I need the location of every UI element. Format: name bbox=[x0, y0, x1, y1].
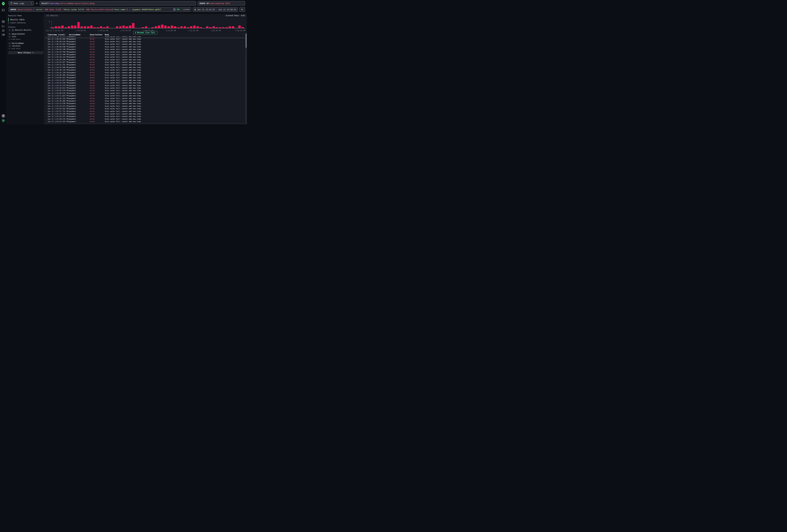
row-expand-chevron[interactable]: › bbox=[46, 110, 47, 112]
table-row[interactable]: ›Jun 11 1:51:39.115 PMpaymenterrorVisa c… bbox=[44, 118, 245, 120]
source-settings-gear-icon[interactable] bbox=[36, 2, 38, 5]
row-expand-chevron[interactable]: › bbox=[46, 121, 47, 123]
row-expand-chevron[interactable]: › bbox=[46, 115, 47, 118]
table-row[interactable]: ›Jun 11 1:54:06.953 PMpaymenterrorVisa c… bbox=[44, 76, 245, 79]
table-row[interactable]: ›Jun 11 1:52:30.469 PMpaymenterrorVisa c… bbox=[44, 100, 245, 102]
column-resize-handle[interactable]: ⋮ bbox=[104, 34, 105, 36]
column-header-timestamp[interactable]: Timestamp (Local) bbox=[47, 34, 69, 36]
column-header-severitytext[interactable]: SeverityText bbox=[90, 34, 105, 36]
table-row[interactable]: ›Jun 11 1:56:08.948 PMpaymenterrorVisa c… bbox=[44, 45, 245, 48]
table-row[interactable]: ›Jun 11 1:54:40.218 PMpaymenterrorVisa c… bbox=[44, 69, 245, 71]
histogram-bar[interactable] bbox=[193, 25, 195, 28]
table-row[interactable]: ›Jun 11 1:55:39.324 PMpaymenterrorVisa c… bbox=[44, 56, 245, 58]
row-expand-chevron[interactable]: › bbox=[46, 48, 47, 50]
histogram-bar[interactable] bbox=[232, 26, 234, 28]
info-checkbox[interactable] bbox=[9, 36, 11, 38]
table-row[interactable]: ›Jun 11 1:51:31.415 PMpaymenterrorVisa c… bbox=[44, 120, 245, 123]
histogram-bar[interactable] bbox=[55, 26, 57, 28]
sessions-laptop-icon[interactable] bbox=[2, 29, 5, 31]
time-range-picker[interactable]: Jun 11 13:41:52 - Jun 11 13:56:52 bbox=[193, 7, 238, 12]
histogram-bar[interactable] bbox=[58, 26, 60, 28]
table-row[interactable]: ›Jun 11 1:56:42.995 PMpaymenterrorVisa c… bbox=[44, 38, 245, 40]
table-row[interactable]: ›Jun 11 1:55:07.827 PMpaymenterrorVisa c… bbox=[44, 61, 245, 63]
histogram-bar[interactable] bbox=[158, 25, 160, 28]
column-header-body[interactable]: Body bbox=[105, 34, 245, 36]
histogram-bar[interactable] bbox=[174, 26, 176, 28]
column-resize-handle[interactable]: ⋮ bbox=[68, 34, 69, 36]
histogram-bar[interactable] bbox=[238, 25, 240, 28]
histogram-bar[interactable] bbox=[74, 25, 76, 28]
chart-explorer-icon[interactable] bbox=[2, 25, 5, 27]
table-row[interactable]: ›Jun 11 1:54:26.230 PMpaymenterrorVisa c… bbox=[44, 71, 245, 74]
table-row[interactable]: ›Jun 11 1:52:35.232 PMpaymenterrorVisa c… bbox=[44, 97, 245, 100]
app-logo[interactable] bbox=[2, 2, 5, 5]
sidebar-toggle-icon[interactable] bbox=[2, 9, 5, 11]
more-filters-button[interactable]: More filters bbox=[8, 51, 43, 54]
checkout-checkbox[interactable] bbox=[9, 45, 11, 47]
histogram-bar[interactable] bbox=[119, 26, 122, 28]
table-row[interactable]: ›Jun 11 1:53:05.578 PMpaymenterrorVisa c… bbox=[44, 89, 245, 92]
row-expand-chevron[interactable]: › bbox=[46, 43, 47, 45]
histogram-bar[interactable] bbox=[126, 26, 128, 28]
histogram-bar[interactable] bbox=[206, 26, 208, 28]
row-expand-chevron[interactable]: › bbox=[46, 38, 47, 40]
row-expand-chevron[interactable]: › bbox=[46, 77, 47, 79]
row-expand-chevron[interactable]: › bbox=[46, 95, 47, 97]
run-query-button[interactable] bbox=[239, 7, 245, 12]
row-expand-chevron[interactable]: › bbox=[46, 71, 47, 73]
source-selector[interactable]: Demo Logs bbox=[9, 1, 34, 5]
load-more-severitytext[interactable]: Load more bbox=[9, 38, 20, 40]
histogram-bar[interactable] bbox=[87, 26, 89, 28]
histogram-bar[interactable] bbox=[106, 26, 109, 28]
row-expand-chevron[interactable]: › bbox=[46, 92, 47, 94]
histogram-bar[interactable] bbox=[145, 26, 147, 28]
table-row[interactable]: ›Jun 11 1:51:47.229 PMpaymenterrorVisa c… bbox=[44, 112, 245, 115]
table-row[interactable]: ›Jun 11 1:53:10.922 PMpaymenterrorVisa c… bbox=[44, 87, 245, 89]
row-expand-chevron[interactable]: › bbox=[46, 105, 47, 107]
table-row[interactable]: ›Jun 11 1:53:26.250 PMpaymenterrorVisa c… bbox=[44, 82, 245, 84]
row-expand-chevron[interactable]: › bbox=[46, 100, 47, 102]
vertical-scrollbar-thumb[interactable] bbox=[246, 34, 247, 48]
row-expand-chevron[interactable]: › bbox=[46, 56, 47, 58]
column-header-servicename[interactable]: ServiceName bbox=[69, 34, 90, 36]
row-expand-chevron[interactable]: › bbox=[46, 108, 47, 110]
row-expand-chevron[interactable]: › bbox=[46, 54, 47, 56]
column-resize-handle[interactable]: ⋮ bbox=[89, 34, 90, 36]
row-expand-chevron[interactable]: › bbox=[46, 113, 47, 115]
row-expand-chevron[interactable]: › bbox=[46, 59, 47, 61]
select-query-input[interactable]: SELECT Timestamp, ServiceName, SeverityT… bbox=[40, 1, 196, 5]
table-row[interactable]: ›Jun 11 1:52:25.630 PMpaymenterrorVisa c… bbox=[44, 102, 245, 105]
lucene-mode-option[interactable]: Lucene bbox=[183, 8, 190, 10]
row-expand-chevron[interactable]: › bbox=[46, 61, 47, 63]
histogram-bar[interactable] bbox=[68, 26, 70, 28]
table-row[interactable]: ›Jun 11 1:54:52.241 PMpaymenterrorVisa c… bbox=[44, 63, 245, 66]
table-row[interactable]: ›Jun 11 1:55:51.448 PMpaymenterrorVisa c… bbox=[44, 53, 245, 56]
histogram-bar[interactable] bbox=[196, 26, 199, 28]
denoise-checkbox[interactable] bbox=[9, 29, 11, 31]
row-expand-chevron[interactable]: › bbox=[46, 89, 47, 92]
table-row[interactable]: ›Jun 11 1:51:57.712 PMpaymenterrorVisa c… bbox=[44, 110, 245, 112]
histogram-bar[interactable] bbox=[132, 23, 134, 28]
table-row[interactable]: ›Jun 11 1:52:51.824 PMpaymenterrorVisa c… bbox=[44, 94, 245, 97]
histogram-bar[interactable] bbox=[155, 26, 157, 28]
table-row[interactable]: ›Jun 11 1:53:24.274 PMpaymenterrorVisa c… bbox=[44, 84, 245, 87]
table-row[interactable]: ›Jun 11 1:56:51.975 PMpaymenterrorVisa c… bbox=[44, 36, 245, 38]
row-expand-chevron[interactable]: › bbox=[46, 79, 47, 81]
row-expand-chevron[interactable]: › bbox=[46, 82, 47, 84]
table-row[interactable]: ›Jun 11 1:51:43.121 PMpaymenterrorVisa c… bbox=[44, 115, 245, 118]
tab-results-table[interactable]: Results Table bbox=[10, 19, 25, 21]
row-expand-chevron[interactable]: › bbox=[46, 36, 47, 38]
row-expand-chevron[interactable]: › bbox=[46, 103, 47, 105]
row-expand-chevron[interactable]: › bbox=[46, 46, 47, 48]
resume-live-tail-button[interactable]: Resume Live Tail bbox=[133, 31, 157, 34]
row-expand-chevron[interactable]: › bbox=[46, 84, 47, 86]
histogram-bar[interactable] bbox=[84, 26, 86, 28]
row-expand-chevron[interactable]: › bbox=[46, 64, 47, 66]
row-expand-chevron[interactable]: › bbox=[46, 66, 47, 68]
row-expand-chevron[interactable]: › bbox=[46, 87, 47, 89]
histogram-bar[interactable] bbox=[90, 25, 92, 28]
order-by-input[interactable]: ORDER BY TimestampTime DESC bbox=[198, 1, 245, 5]
horizontal-scrollbar[interactable] bbox=[45, 123, 245, 124]
sql-mode-option[interactable]: SQL bbox=[177, 8, 180, 10]
table-row[interactable]: ›Jun 11 1:53:41.873 PMpaymenterrorVisa c… bbox=[44, 79, 245, 82]
